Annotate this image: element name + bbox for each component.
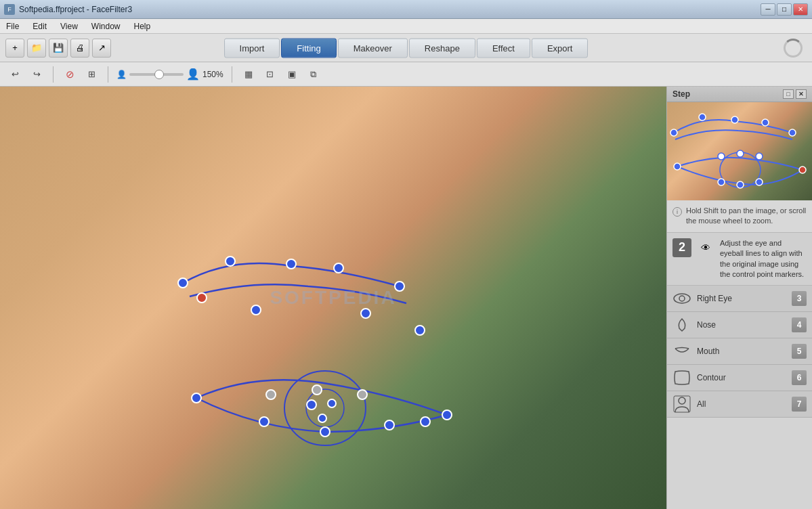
tab-reshape[interactable]: Reshape <box>409 38 475 58</box>
view-icon-1: ▦ <box>244 69 253 79</box>
step-header-label: Step <box>672 89 690 99</box>
tab-effect[interactable]: Effect <box>477 38 530 58</box>
open-button[interactable]: 📁 <box>27 39 46 58</box>
step-icon-7 <box>672 397 691 412</box>
svg-point-39 <box>679 397 685 404</box>
separator-2 <box>108 66 108 83</box>
step-number-7: 7 <box>792 397 807 412</box>
menubar-item-file[interactable]: File <box>3 20 22 32</box>
view-btn-3[interactable]: ▣ <box>284 66 300 83</box>
view-btn-4[interactable]: ⧉ <box>305 66 322 83</box>
menubar-item-window[interactable]: Window <box>88 20 124 32</box>
undo-button[interactable]: ↩ <box>7 66 23 83</box>
step-panel-header: Step □ ✕ <box>667 87 812 102</box>
tab-export[interactable]: Export <box>532 38 589 58</box>
undo-icon: ↩ <box>12 69 19 79</box>
svg-point-36 <box>756 179 763 185</box>
svg-point-34 <box>718 179 725 185</box>
settings-bar: ↩ ↪ ⊘ ⊞ 👤 👤 150% ▦ ⊡ ▣ ⧉ <box>0 62 812 87</box>
step-label-3: Right Eye <box>697 294 786 303</box>
loading-spinner <box>784 39 803 58</box>
zoom-control: 👤 👤 150% <box>116 68 223 81</box>
print-button[interactable]: 🖨 <box>70 39 89 58</box>
svg-point-29 <box>674 163 681 170</box>
svg-point-25 <box>731 116 738 123</box>
step-number-3: 3 <box>792 291 807 306</box>
view-btn-2[interactable]: ⊡ <box>262 66 278 83</box>
main-content: SOFTPEDIA <box>0 87 812 509</box>
share-button[interactable]: ↗ <box>92 39 111 58</box>
step-icon-3 <box>672 291 691 306</box>
step-number-5: 5 <box>792 344 807 359</box>
window-title: Softpedia.ffproject - FaceFilter3 <box>19 5 132 14</box>
face-background <box>0 87 666 509</box>
separator-1 <box>53 66 54 83</box>
step-preview-image <box>667 102 812 200</box>
menubar: FileEditViewWindowHelp <box>0 19 812 34</box>
tab-fitting[interactable]: Fitting <box>281 38 336 58</box>
svg-point-26 <box>762 119 769 126</box>
step2-description: Adjust the eye and eyeball lines to alig… <box>720 238 807 280</box>
main-toolbar: + 📁 💾 🖨 ↗ Import Fitting Makeover Reshap… <box>0 34 812 62</box>
redo-icon: ↪ <box>33 69 41 79</box>
fit-button[interactable]: ⊞ <box>83 66 100 83</box>
cancel-icon: ⊘ <box>66 68 74 81</box>
svg-point-38 <box>679 296 685 301</box>
zoom-slider[interactable] <box>129 73 184 76</box>
svg-point-31 <box>718 153 725 160</box>
minimize-button[interactable]: ─ <box>761 3 775 16</box>
step-list: Right Eye3Nose4Mouth5Contour6All7 <box>667 286 812 509</box>
step-label-5: Mouth <box>697 347 786 356</box>
redo-button[interactable]: ↪ <box>28 66 45 83</box>
tab-import[interactable]: Import <box>224 38 280 58</box>
separator-3 <box>232 66 232 83</box>
step-label-7: All <box>697 399 786 409</box>
cancel-button[interactable]: ⊘ <box>62 66 78 83</box>
zoom-thumb[interactable] <box>154 70 164 79</box>
step-item-mouth[interactable]: Mouth5 <box>667 338 812 365</box>
fit-icon: ⊞ <box>88 69 95 79</box>
step-item-right eye[interactable]: Right Eye3 <box>667 286 812 312</box>
step-icon-4 <box>672 317 691 332</box>
svg-point-35 <box>737 181 744 188</box>
new-icon: + <box>12 43 18 53</box>
step-icon-5 <box>672 344 691 359</box>
hint-area: i Hold Shift to pan the image, or scroll… <box>667 200 812 233</box>
window-controls: ─ □ ✕ <box>761 3 808 16</box>
close-button[interactable]: ✕ <box>793 3 808 16</box>
step-item-all[interactable]: All7 <box>667 391 812 418</box>
restore-button[interactable]: □ <box>777 3 792 16</box>
menubar-item-edit[interactable]: Edit <box>29 20 50 32</box>
step-icon-6 <box>672 370 691 385</box>
canvas-area[interactable]: SOFTPEDIA <box>0 87 666 509</box>
svg-point-32 <box>737 150 744 157</box>
zoom-min-icon: 👤 <box>116 70 127 79</box>
view-icon-2: ⊡ <box>266 69 274 79</box>
step2-number: 2 <box>672 238 691 257</box>
tab-makeover[interactable]: Makeover <box>338 38 408 58</box>
app-icon: F <box>4 4 15 15</box>
new-button[interactable]: + <box>5 39 24 58</box>
svg-point-30 <box>799 167 806 173</box>
save-button[interactable]: 💾 <box>49 39 68 58</box>
zoom-max-icon: 👤 <box>186 68 200 81</box>
menubar-item-view[interactable]: View <box>57 20 81 32</box>
view-btn-1[interactable]: ▦ <box>240 66 257 83</box>
step-item-contour[interactable]: Contour6 <box>667 365 812 391</box>
preview-svg-overlay <box>667 102 812 200</box>
share-icon: ↗ <box>98 43 106 53</box>
panel-restore-button[interactable]: □ <box>783 89 794 99</box>
step-number-4: 4 <box>792 317 807 332</box>
menubar-item-help[interactable]: Help <box>131 20 154 32</box>
step2-card[interactable]: 2 👁 Adjust the eye and eyeball lines to … <box>667 233 812 286</box>
step2-eye-icon: 👁 <box>696 238 716 257</box>
svg-point-33 <box>756 153 763 160</box>
panel-close-button[interactable]: ✕ <box>796 89 807 99</box>
zoom-label: 150% <box>202 70 223 79</box>
view-icon-3: ▣ <box>288 69 296 79</box>
step-label-6: Contour <box>697 373 786 382</box>
svg-point-23 <box>670 129 677 136</box>
right-panel: Step □ ✕ <box>666 87 812 509</box>
titlebar-left: F Softpedia.ffproject - FaceFilter3 <box>4 4 132 15</box>
step-item-nose[interactable]: Nose4 <box>667 312 812 338</box>
